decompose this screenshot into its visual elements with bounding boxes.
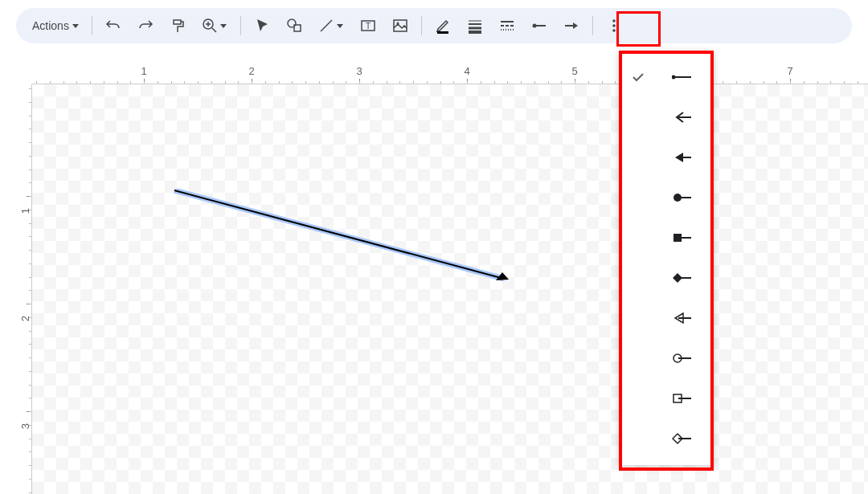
svg-point-13 [612,19,616,22]
check-icon [630,70,646,84]
line-start-square-filled-icon [662,230,702,246]
line-start-option-circle-filled[interactable] [619,178,714,218]
line-color-icon [435,18,451,34]
line-start-option-diamond-filled[interactable] [619,258,714,298]
select-icon [254,18,270,34]
toolbar-separator [92,16,92,35]
arrow-shape[interactable] [173,189,518,289]
ruler-vertical: 123 [0,84,32,494]
ruler-h-label: 1 [141,65,146,77]
toolbar-separator [592,16,593,35]
svg-line-17 [174,190,504,279]
more-icon [606,18,622,34]
svg-point-20 [672,76,676,80]
select-button[interactable] [248,11,276,40]
line-color-button[interactable] [428,11,457,40]
line-start-circle-filled-icon [662,190,702,206]
line-start-option-square-outline[interactable] [619,378,714,418]
image-icon [392,18,408,34]
svg-point-11 [532,24,536,28]
line-start-option-none[interactable] [619,57,714,97]
svg-rect-26 [674,234,682,242]
ruler-h-label: 4 [464,65,469,77]
svg-text:T: T [366,22,371,31]
actions-label: Actions [32,19,69,32]
line-start-circle-outline-icon [662,350,702,366]
toolbar-separator [240,16,241,35]
line-start-diamond-outline-icon [662,431,702,447]
text-box-button[interactable]: T [354,11,383,40]
line-end-icon [563,18,579,34]
line-weight-icon [467,18,483,34]
line-start-diamond-filled-icon [662,270,702,286]
shape-icon [286,18,302,34]
line-start-option-circle-outline[interactable] [619,338,714,378]
more-button[interactable] [600,11,628,40]
paint-format-button[interactable] [163,11,192,40]
ruler-h-label: 2 [248,65,254,77]
line-button[interactable] [312,11,350,40]
svg-point-1 [396,22,399,25]
redo-icon [137,18,154,34]
caret-down-icon [72,24,79,28]
line-weight-button[interactable] [461,11,489,40]
toolbar: Actions T [16,8,852,43]
text-box-icon: T [360,18,376,34]
ruler-h-label: 3 [356,65,362,77]
actions-menu-button[interactable]: Actions [26,11,85,40]
caret-down-icon [337,24,343,28]
line-icon [318,18,334,34]
image-button[interactable] [386,11,415,40]
svg-point-14 [612,24,616,27]
line-start-option-square-filled[interactable] [619,218,714,258]
shape-button[interactable] [280,11,309,40]
ruler-h-label: 5 [571,65,577,77]
line-start-icon [531,18,547,34]
paint-format-icon [170,18,186,34]
line-start-dropdown [619,51,714,465]
svg-point-24 [674,194,682,202]
line-start-option-arrow-open[interactable] [619,97,714,137]
line-start-arrow-open-icon [662,109,702,125]
line-start-square-outline-icon [662,390,702,406]
line-end-button[interactable] [557,11,586,40]
line-start-arrow-filled-icon [662,149,702,165]
line-start-option-arrow-filled[interactable] [619,137,714,178]
line-start-button[interactable] [525,11,554,40]
ruler-horizontal: 1234567 [32,60,868,84]
undo-icon [105,18,121,34]
canvas[interactable] [32,84,868,494]
line-start-none-icon [662,69,702,85]
line-start-arrow-outline-icon [662,310,702,326]
toolbar-separator [421,16,422,35]
caret-down-icon [220,24,227,28]
ruler-h-label: 7 [787,65,792,77]
line-start-option-arrow-outline[interactable] [619,298,714,338]
line-dash-icon [499,18,515,34]
svg-rect-2 [437,31,448,34]
undo-button[interactable] [99,11,128,40]
zoom-button[interactable] [195,11,234,40]
redo-button[interactable] [131,11,160,40]
svg-point-15 [612,29,616,32]
zoom-icon [202,18,218,34]
line-start-option-diamond-outline[interactable] [619,418,714,459]
line-dash-button[interactable] [493,11,522,40]
